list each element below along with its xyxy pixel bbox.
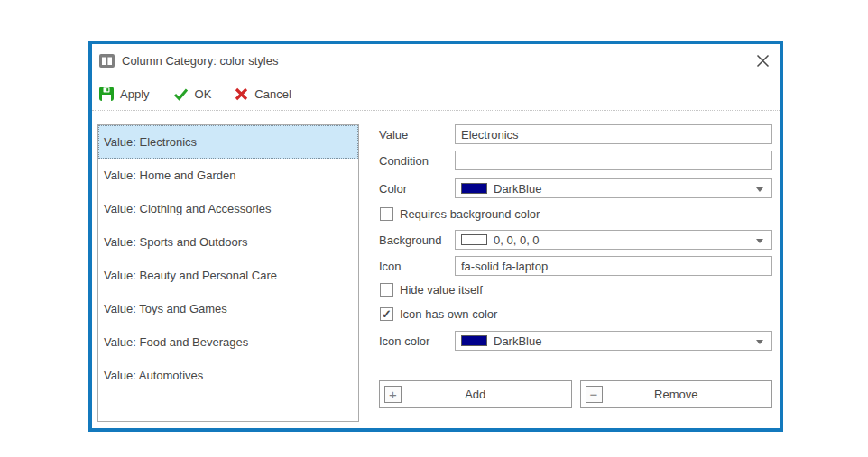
save-icon (99, 87, 114, 101)
value-label: Value (379, 128, 455, 142)
plus-icon: + (384, 386, 402, 403)
requires-background-label: Requires background color (400, 207, 540, 221)
add-button[interactable]: + Add (379, 380, 572, 408)
dialog-toolbar: Apply OK Cancel (92, 78, 780, 111)
icon-color-dropdown[interactable]: DarkBlue (455, 331, 772, 351)
icon-color-swatch (461, 335, 487, 346)
add-label: Add (465, 388, 485, 401)
dialog-titlebar: Column Category: color styles (92, 44, 780, 78)
list-item[interactable]: Value: Beauty and Personal Care (98, 259, 358, 292)
dialog-title: Column Category: color styles (122, 54, 278, 68)
icon-color-label: Icon color (379, 334, 455, 348)
icon-color-value: DarkBlue (494, 334, 541, 348)
style-form: Value Condition Color DarkBlue (379, 124, 772, 422)
hide-value-checkbox-row: Hide value itself (380, 282, 772, 297)
column-category-dialog: Column Category: color styles Apply (88, 41, 783, 432)
check-icon (173, 87, 189, 101)
icon-row: Icon (379, 256, 772, 276)
background-swatch (461, 234, 487, 245)
condition-input[interactable] (455, 151, 772, 170)
remove-label: Remove (654, 388, 697, 401)
background-dropdown[interactable]: 0, 0, 0, 0 (455, 230, 772, 250)
ok-label: OK (195, 87, 212, 101)
hide-value-label: Hide value itself (400, 283, 483, 297)
x-icon (235, 87, 248, 101)
list-item[interactable]: Value: Food and Beverages (98, 325, 358, 359)
list-item[interactable]: Value: Home and Garden (98, 159, 358, 192)
minus-icon: − (586, 386, 603, 403)
color-row: Color DarkBlue (379, 178, 772, 198)
background-value: 0, 0, 0, 0 (494, 233, 540, 247)
list-item[interactable]: Value: Toys and Games (98, 292, 358, 325)
color-value: DarkBlue (494, 182, 541, 196)
value-input[interactable] (455, 124, 772, 144)
apply-label: Apply (120, 87, 150, 101)
list-item[interactable]: Value: Automotives (98, 359, 358, 392)
condition-row: Condition (379, 151, 772, 170)
icon-own-color-checkbox[interactable] (380, 307, 393, 321)
requires-background-checkbox[interactable] (380, 207, 393, 221)
list-edit-buttons: + Add − Remove (379, 380, 772, 408)
chevron-down-icon (756, 239, 763, 243)
icon-label: Icon (379, 260, 455, 273)
color-dropdown[interactable]: DarkBlue (455, 178, 772, 198)
hide-value-checkbox[interactable] (380, 283, 393, 297)
screen: Column Category: color styles Apply (0, 0, 868, 457)
remove-button[interactable]: − Remove (580, 380, 773, 408)
list-item[interactable]: Value: Clothing and Accessories (98, 192, 358, 225)
ok-button[interactable]: OK (173, 87, 212, 101)
requires-background-checkbox-row: Requires background color (380, 206, 772, 221)
dialog-content: Value: Electronics Value: Home and Garde… (92, 111, 780, 422)
icon-own-color-checkbox-row: Icon has own color (380, 306, 772, 321)
value-row: Value (379, 124, 772, 144)
color-label: Color (379, 182, 455, 196)
icon-input[interactable] (455, 256, 772, 276)
list-item[interactable]: Value: Sports and Outdoors (98, 225, 358, 259)
cancel-button[interactable]: Cancel (235, 87, 291, 101)
background-row: Background 0, 0, 0, 0 (379, 230, 772, 250)
list-item[interactable]: Value: Electronics (98, 125, 358, 159)
condition-label: Condition (379, 154, 455, 168)
chevron-down-icon (756, 187, 763, 192)
icon-own-color-label: Icon has own color (400, 307, 497, 321)
two-column-layout-icon (99, 54, 115, 68)
chevron-down-icon (756, 340, 763, 344)
apply-button[interactable]: Apply (99, 87, 150, 101)
close-icon (756, 54, 770, 68)
icon-color-row: Icon color DarkBlue (379, 331, 772, 351)
cancel-label: Cancel (254, 87, 291, 101)
category-list: Value: Electronics Value: Home and Garde… (97, 124, 359, 422)
color-swatch (461, 183, 487, 194)
background-label: Background (379, 233, 455, 247)
close-button[interactable] (754, 53, 771, 69)
